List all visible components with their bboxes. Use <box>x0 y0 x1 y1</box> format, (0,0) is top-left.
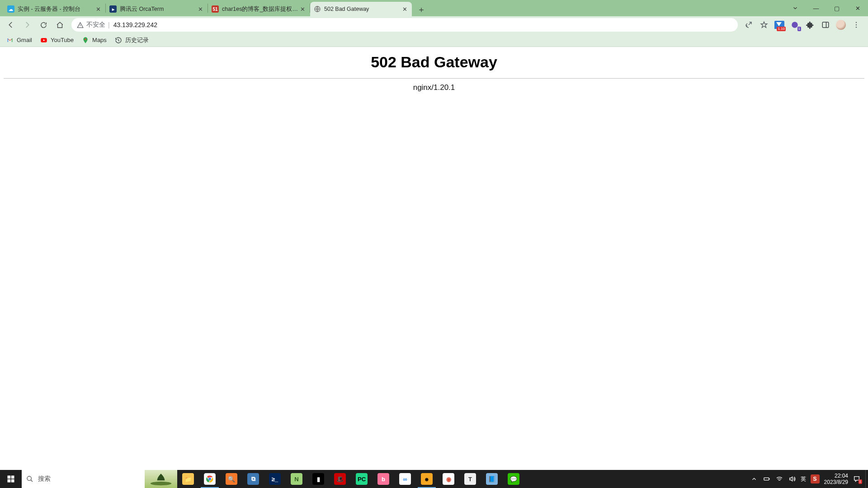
bookmark-star-button[interactable] <box>758 19 770 31</box>
clock-date: 2023/8/29 <box>824 479 848 485</box>
start-button[interactable] <box>0 470 22 488</box>
window-controls: — ▢ ✕ <box>785 0 868 16</box>
system-tray: 英 S 22:04 2023/8/29 1 <box>745 470 865 488</box>
switchyomega-badge: 1 <box>797 27 801 31</box>
maximize-button[interactable]: ▢ <box>826 0 847 16</box>
bookmark-maps[interactable]: Maps <box>82 37 107 44</box>
wifi-icon[interactable] <box>775 475 783 483</box>
cloud-icon: ☁ <box>7 5 14 13</box>
security-text: 不安全 <box>86 21 105 29</box>
svg-point-7 <box>85 38 86 40</box>
tab-orcaterm[interactable]: ▸ 腾讯云 OrcaTerm ✕ <box>106 2 208 16</box>
bookmark-label: YouTube <box>51 37 74 43</box>
wallpaper-peek <box>145 470 177 488</box>
new-tab-button[interactable]: ＋ <box>415 3 428 16</box>
search-tabs-button[interactable] <box>785 0 806 16</box>
app-pycharm[interactable]: PC <box>351 470 373 488</box>
app-bilibili[interactable]: b <box>373 470 394 488</box>
toolbar-right: 1.10 1 <box>742 19 864 31</box>
page-content: 502 Bad Gateway nginx/1.20.1 <box>0 47 868 470</box>
tab-title: 502 Bad Gateway <box>324 6 401 12</box>
globe-icon <box>314 5 321 13</box>
svg-point-15 <box>208 478 211 480</box>
svg-point-13 <box>151 482 172 485</box>
home-button[interactable] <box>52 18 67 32</box>
terminal-icon: ▸ <box>109 5 117 13</box>
svg-rect-8 <box>8 476 11 479</box>
omnibox[interactable]: 不安全 | 43.139.229.242 <box>71 18 738 32</box>
tab-title: 实例 - 云服务器 - 控制台 <box>18 5 94 13</box>
bookmark-gmail[interactable]: Gmail <box>6 37 32 44</box>
horizontal-rule <box>4 78 864 79</box>
volume-icon[interactable] <box>788 475 796 483</box>
server-signature: nginx/1.20.1 <box>0 83 868 92</box>
51-icon: 51 <box>212 5 219 13</box>
app-notepadpp[interactable]: N <box>286 470 307 488</box>
tab-close-icon[interactable]: ✕ <box>401 5 408 13</box>
app-burp[interactable]: ⎈ <box>416 470 438 488</box>
taskbar-search[interactable]: 搜索 <box>22 470 145 488</box>
bookmark-label: Maps <box>92 37 107 43</box>
bookmark-label: Gmail <box>17 37 32 43</box>
show-desktop-button[interactable] <box>865 470 868 488</box>
taskbar-apps: 📁 🔍 ⧉ ≥_ N ▮ 🎩 PC b ∞ ⎈ ◉ T 📘 💬 <box>177 470 524 488</box>
minimize-button[interactable]: — <box>806 0 826 16</box>
tab-cloud-console[interactable]: ☁ 实例 - 云服务器 - 控制台 ✕ <box>4 2 105 16</box>
tab-close-icon[interactable]: ✕ <box>299 5 306 13</box>
back-button[interactable] <box>4 18 18 32</box>
url-text: 43.139.229.242 <box>113 21 157 28</box>
app-notes[interactable]: 📘 <box>481 470 503 488</box>
forward-button[interactable] <box>20 18 34 32</box>
svg-point-5 <box>856 27 857 28</box>
windows-taskbar: 搜索 📁 🔍 ⧉ ≥_ N ▮ 🎩 PC b ∞ ⎈ ◉ T 📘 💬 <box>0 470 868 488</box>
error-heading: 502 Bad Gateway <box>0 53 868 71</box>
reload-button[interactable] <box>36 18 51 32</box>
app-todesk[interactable]: ◉ <box>438 470 459 488</box>
profile-avatar[interactable] <box>835 19 847 31</box>
tab-502[interactable]: 502 Bad Gateway ✕ <box>310 2 412 16</box>
app-redhat[interactable]: 🎩 <box>329 470 351 488</box>
switchyomega-extension-icon[interactable]: 1 <box>788 19 801 31</box>
tray-overflow-icon[interactable] <box>750 475 758 483</box>
action-center-icon[interactable]: 1 <box>853 475 861 483</box>
tab-char1es-blog[interactable]: 51 char1es的博客_数据库提权,基本 ✕ <box>208 2 310 16</box>
svg-rect-2 <box>822 22 829 28</box>
app-wechat[interactable]: 💬 <box>503 470 524 488</box>
chrome-menu-button[interactable] <box>850 19 863 31</box>
search-placeholder: 搜索 <box>38 475 51 483</box>
app-terminal[interactable]: ▮ <box>307 470 329 488</box>
warning-icon <box>77 22 84 28</box>
app-powershell[interactable]: ≥_ <box>264 470 286 488</box>
bookmark-youtube[interactable]: YouTube <box>40 37 74 44</box>
close-window-button[interactable]: ✕ <box>847 0 868 16</box>
gmail-icon <box>6 37 14 44</box>
bookmark-label: 历史记录 <box>125 36 149 44</box>
app-everything[interactable]: 🔍 <box>221 470 242 488</box>
svg-point-3 <box>856 22 857 23</box>
bookmark-history[interactable]: 历史记录 <box>115 36 149 44</box>
app-file-explorer[interactable]: 📁 <box>177 470 199 488</box>
app-typora[interactable]: T <box>459 470 481 488</box>
ime-language[interactable]: 英 <box>801 475 806 483</box>
app-chrome[interactable] <box>199 470 221 488</box>
app-vmware[interactable]: ⧉ <box>242 470 264 488</box>
ime-indicator[interactable]: S <box>811 474 820 483</box>
svg-rect-10 <box>8 479 11 483</box>
tab-strip: ☁ 实例 - 云服务器 - 控制台 ✕ ▸ 腾讯云 OrcaTerm ✕ 51 … <box>0 0 868 16</box>
side-panel-button[interactable] <box>819 19 832 31</box>
battery-icon[interactable] <box>763 475 771 483</box>
youtube-icon <box>40 37 47 44</box>
security-indicator[interactable]: 不安全 | <box>77 21 110 29</box>
notification-badge: 1 <box>859 479 862 484</box>
idm-extension-icon[interactable]: 1.10 <box>773 19 786 31</box>
share-button[interactable] <box>742 19 755 31</box>
tab-close-icon[interactable]: ✕ <box>197 5 204 13</box>
svg-rect-16 <box>764 478 769 480</box>
app-baidu-netdisk[interactable]: ∞ <box>394 470 416 488</box>
extensions-button[interactable] <box>804 19 816 31</box>
tab-title: 腾讯云 OrcaTerm <box>120 5 197 13</box>
tab-close-icon[interactable]: ✕ <box>94 5 102 13</box>
taskbar-clock[interactable]: 22:04 2023/8/29 <box>824 473 848 485</box>
maps-icon <box>82 37 89 44</box>
browser-frame: ☁ 实例 - 云服务器 - 控制台 ✕ ▸ 腾讯云 OrcaTerm ✕ 51 … <box>0 0 868 47</box>
